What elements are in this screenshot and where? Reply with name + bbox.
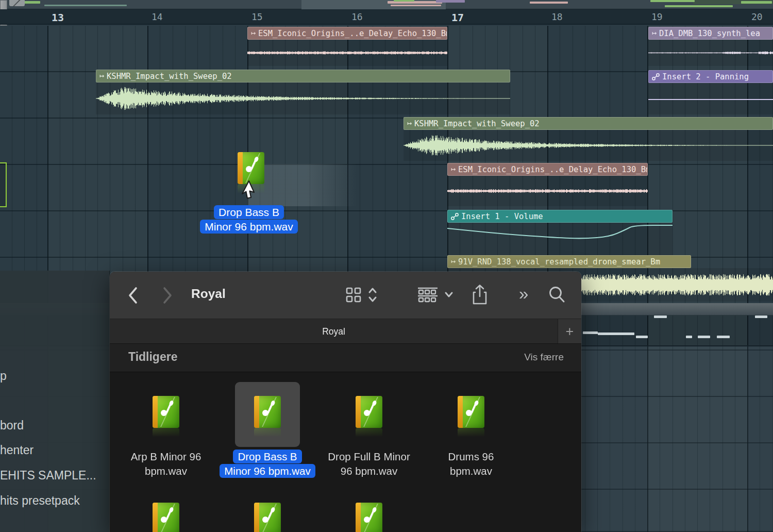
group-by-icon[interactable] <box>417 287 439 303</box>
clip-automation[interactable]: Insert 2 - Panning <box>648 70 773 114</box>
audio-clip-icon: ↦ <box>251 29 256 37</box>
clip-header[interactable]: ↦ESM_Iconic_Origins_..e_Delay_Echo_130_B… <box>447 163 648 176</box>
wav-file-icon <box>356 396 382 428</box>
slice-tool-tab[interactable] <box>9 0 25 6</box>
audio-clip-icon: ↦ <box>451 258 456 265</box>
clip-name: Insert 2 - Panning <box>662 72 749 81</box>
clip-header[interactable]: ↦KSHMR_Impact_with_Sweep_02 <box>404 117 773 130</box>
timebar-number-17: 17 <box>451 11 464 24</box>
icon-reflection <box>356 428 382 438</box>
finder-toolbar: Royal <box>110 272 581 319</box>
midi-note <box>755 315 767 318</box>
midi-note <box>636 336 648 338</box>
share-icon[interactable] <box>471 284 489 306</box>
midi-note <box>717 336 730 338</box>
file-item[interactable]: Arp B Minor 96bpm.wav <box>115 372 216 496</box>
wav-file-icon <box>153 503 179 532</box>
view-chevrons-icon[interactable] <box>367 286 378 304</box>
file-icon-partial[interactable] <box>153 503 179 532</box>
clip-header[interactable]: Insert 1 - Volume <box>447 210 673 223</box>
finder-window: Royal <box>110 272 581 532</box>
timebar-number-14: 14 <box>152 11 163 22</box>
file-icon-wrap <box>153 396 179 438</box>
file-label-line1: Arp B Minor 96 <box>115 450 216 464</box>
music-note-icon <box>363 507 377 524</box>
music-note-icon <box>160 400 174 418</box>
music-note-icon <box>465 400 479 418</box>
music-note-icon <box>245 156 259 174</box>
audio-clip-icon: ↦ <box>407 120 412 127</box>
drag-cursor <box>240 180 256 199</box>
clip-name: ESM_Iconic_Origins_..e_Delay_Echo_130_Bm <box>258 29 447 38</box>
file-icon-partial[interactable] <box>356 503 382 532</box>
midi-note <box>654 315 667 318</box>
clip-audio[interactable]: ↦ESM_Iconic_Origins_..e_Delay_Echo_130_B… <box>447 163 648 206</box>
timebar-number-19: 19 <box>651 11 663 22</box>
clip-name: 91V_RND_138_vocal_resampled_drone_smear_… <box>458 257 660 267</box>
file-icon-partial[interactable] <box>254 503 281 532</box>
file-label-line2: bpm.wav <box>421 464 522 478</box>
timebar-number-18: 18 <box>551 11 563 22</box>
back-button[interactable] <box>127 286 139 305</box>
icon-reflection <box>254 428 281 438</box>
sidebar-item[interactable]: EHITS SAMPLE... <box>0 469 96 483</box>
automation-curve <box>648 83 773 114</box>
file-label-line1: Drop Full B Minor <box>318 450 419 464</box>
waveform <box>404 130 773 161</box>
clip-header[interactable]: Insert 2 - Panning <box>648 70 773 83</box>
clip-header[interactable]: ↦ESM_Iconic_Origins_..e_Delay_Echo_130_B… <box>247 27 447 40</box>
file-label-line2: bpm.wav <box>115 464 216 478</box>
wav-file-icon <box>238 152 264 184</box>
forward-button[interactable] <box>161 286 174 305</box>
file-label-line2: 96 bpm.wav <box>318 464 419 478</box>
music-note-icon <box>261 400 276 418</box>
sidebar-item[interactable]: henter <box>0 443 33 457</box>
search-icon[interactable] <box>548 285 566 305</box>
section-header: Tidligere Vis færre <box>110 343 581 372</box>
sidebar-item[interactable]: p <box>0 369 7 383</box>
new-tab-button[interactable]: + <box>558 319 581 344</box>
file-label: Drums 96bpm.wav <box>421 450 522 478</box>
overview-mini-clip <box>436 0 465 3</box>
screen: 1314151617181920 ↦ESM_Iconic_Origins_..e… <box>0 0 773 532</box>
sidebar-item[interactable]: bord <box>0 419 24 433</box>
icon-reflection <box>153 428 179 438</box>
overview-mini-clip <box>530 2 568 4</box>
file-item[interactable]: Drums 96bpm.wav <box>421 372 522 496</box>
music-note-icon <box>363 400 377 418</box>
clip-audio[interactable]: ↦DIA_DMB_130_synth_lea <box>648 27 773 66</box>
overview-mini-clip <box>665 5 733 7</box>
clip-audio[interactable]: ↦KSHMR_Impact_with_Sweep_02 <box>96 70 510 114</box>
playlist-overview-strip[interactable] <box>0 0 773 9</box>
sidebar-item[interactable]: hits presetpack <box>0 494 80 508</box>
overview-mini-clip <box>741 1 772 4</box>
drag-label-line2: Minor 96 bpm.wav <box>200 220 298 234</box>
timebar-number-13: 13 <box>52 11 64 24</box>
audio-clip-icon: ↦ <box>652 29 657 37</box>
clip-name: DIA_DMB_130_synth_lea <box>659 29 760 38</box>
drag-label-line1: Drop Bass B <box>214 205 284 219</box>
waveform <box>96 82 510 114</box>
clip-audio[interactable]: ↦ESM_Iconic_Origins_..e_Delay_Echo_130_B… <box>247 27 447 66</box>
overview-mini-clip <box>394 0 414 2</box>
file-item[interactable]: Drop Full B Minor96 bpm.wav <box>318 372 419 496</box>
show-fewer-link[interactable]: Vis færre <box>524 352 564 363</box>
clip-header[interactable]: ↦DIA_DMB_130_synth_lea <box>648 27 773 40</box>
selected-clip-edge[interactable] <box>0 162 7 207</box>
icon-view-icon[interactable] <box>345 287 362 303</box>
file-item[interactable]: Drop Bass BMinor 96 bpm.wav <box>217 372 318 496</box>
clip-header[interactable]: ↦91V_RND_138_vocal_resampled_drone_smear… <box>447 255 691 268</box>
timebar-number-20: 20 <box>751 11 763 22</box>
tab-royal[interactable]: Royal <box>110 319 558 344</box>
file-icon-wrap <box>254 396 281 438</box>
playlist-timebar[interactable]: 1314151617181920 <box>0 9 773 25</box>
clip-name: KSHMR_Impact_with_Sweep_02 <box>414 119 540 128</box>
clip-name: Insert 1 - Volume <box>461 212 543 221</box>
group-chevron-down-icon[interactable] <box>444 291 454 299</box>
clip-header[interactable]: ↦KSHMR_Impact_with_Sweep_02 <box>96 70 510 82</box>
audio-clip-icon: ↦ <box>99 72 104 80</box>
music-note-icon <box>261 507 276 524</box>
clip-automation[interactable]: Insert 1 - Volume <box>447 210 673 255</box>
more-toolbar-items-button[interactable]: » <box>519 284 528 304</box>
clip-audio[interactable]: ↦KSHMR_Impact_with_Sweep_02 <box>404 117 773 161</box>
